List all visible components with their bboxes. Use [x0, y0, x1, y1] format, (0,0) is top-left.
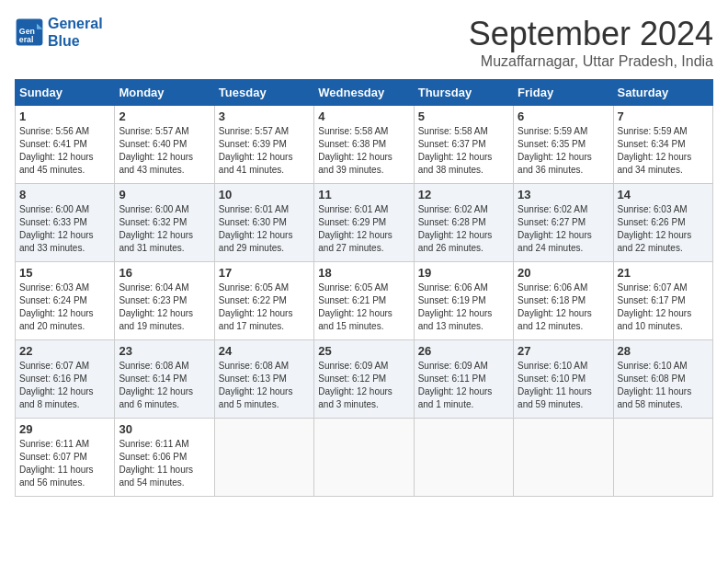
calendar-cell	[214, 419, 313, 497]
day-info: Sunrise: 6:03 AM Sunset: 6:26 PM Dayligh…	[618, 203, 709, 255]
logo: Gen eral General Blue	[15, 15, 103, 50]
day-number: 18	[318, 266, 409, 280]
calendar-cell: 30 Sunrise: 6:11 AM Sunset: 6:06 PM Dayl…	[115, 419, 214, 497]
calendar-cell	[514, 419, 613, 497]
header-friday: Friday	[514, 80, 613, 106]
calendar-cell: 9 Sunrise: 6:00 AM Sunset: 6:32 PM Dayli…	[115, 184, 214, 262]
day-number: 11	[318, 188, 409, 201]
calendar-cell: 14 Sunrise: 6:03 AM Sunset: 6:26 PM Dayl…	[613, 184, 712, 262]
day-info: Sunrise: 5:59 AM Sunset: 6:34 PM Dayligh…	[618, 125, 709, 177]
day-info: Sunrise: 6:10 AM Sunset: 6:10 PM Dayligh…	[518, 360, 609, 411]
day-info: Sunrise: 6:11 AM Sunset: 6:07 PM Dayligh…	[19, 438, 110, 489]
day-number: 14	[618, 188, 709, 201]
calendar-cell: 29 Sunrise: 6:11 AM Sunset: 6:07 PM Dayl…	[16, 419, 115, 497]
svg-text:eral: eral	[19, 35, 34, 44]
day-info: Sunrise: 6:00 AM Sunset: 6:32 PM Dayligh…	[119, 203, 210, 255]
calendar-cell: 25 Sunrise: 6:09 AM Sunset: 6:12 PM Dayl…	[314, 340, 414, 419]
day-number: 1	[19, 109, 110, 123]
day-info: Sunrise: 5:57 AM Sunset: 6:39 PM Dayligh…	[219, 125, 310, 177]
calendar-cell: 26 Sunrise: 6:09 AM Sunset: 6:11 PM Dayl…	[414, 340, 513, 419]
day-number: 5	[418, 109, 509, 123]
calendar-cell: 13 Sunrise: 6:02 AM Sunset: 6:27 PM Dayl…	[514, 184, 613, 262]
day-info: Sunrise: 6:01 AM Sunset: 6:30 PM Dayligh…	[219, 203, 310, 255]
day-number: 16	[119, 266, 210, 280]
day-number: 24	[219, 344, 310, 358]
day-number: 13	[518, 188, 609, 201]
calendar-cell: 5 Sunrise: 5:58 AM Sunset: 6:37 PM Dayli…	[414, 106, 513, 184]
calendar-cell: 19 Sunrise: 6:06 AM Sunset: 6:19 PM Dayl…	[414, 262, 513, 340]
calendar-cell: 10 Sunrise: 6:01 AM Sunset: 6:30 PM Dayl…	[214, 184, 313, 262]
calendar-cell: 6 Sunrise: 5:59 AM Sunset: 6:35 PM Dayli…	[514, 106, 613, 184]
calendar-cell	[314, 419, 414, 497]
calendar-table: SundayMondayTuesdayWednesdayThursdayFrid…	[15, 79, 713, 497]
day-info: Sunrise: 6:06 AM Sunset: 6:19 PM Dayligh…	[418, 282, 509, 333]
day-number: 2	[119, 109, 210, 123]
day-info: Sunrise: 6:07 AM Sunset: 6:17 PM Dayligh…	[618, 282, 709, 333]
day-info: Sunrise: 6:03 AM Sunset: 6:24 PM Dayligh…	[19, 282, 110, 333]
day-info: Sunrise: 6:00 AM Sunset: 6:33 PM Dayligh…	[19, 203, 110, 255]
logo-icon: Gen eral	[15, 17, 44, 47]
day-info: Sunrise: 6:07 AM Sunset: 6:16 PM Dayligh…	[19, 360, 110, 411]
day-info: Sunrise: 6:08 AM Sunset: 6:14 PM Dayligh…	[119, 360, 210, 411]
day-number: 10	[219, 188, 310, 201]
day-info: Sunrise: 6:01 AM Sunset: 6:29 PM Dayligh…	[318, 203, 409, 255]
header: Gen eral General Blue September 2024 Muz…	[15, 15, 713, 70]
calendar-cell: 20 Sunrise: 6:06 AM Sunset: 6:18 PM Dayl…	[514, 262, 613, 340]
day-info: Sunrise: 5:57 AM Sunset: 6:40 PM Dayligh…	[119, 125, 210, 177]
day-number: 27	[518, 344, 609, 358]
day-number: 21	[618, 266, 709, 280]
day-number: 22	[19, 344, 110, 358]
calendar-week-row: 22 Sunrise: 6:07 AM Sunset: 6:16 PM Dayl…	[16, 340, 713, 419]
day-number: 29	[19, 422, 110, 436]
day-number: 9	[119, 188, 210, 201]
day-number: 3	[219, 109, 310, 123]
day-info: Sunrise: 6:08 AM Sunset: 6:13 PM Dayligh…	[219, 360, 310, 411]
calendar-cell	[414, 419, 513, 497]
day-number: 6	[518, 109, 609, 123]
month-title: September 2024	[469, 15, 713, 53]
day-info: Sunrise: 6:05 AM Sunset: 6:21 PM Dayligh…	[318, 282, 409, 333]
calendar-week-row: 29 Sunrise: 6:11 AM Sunset: 6:07 PM Dayl…	[16, 419, 713, 497]
day-number: 12	[418, 188, 509, 201]
day-info: Sunrise: 6:09 AM Sunset: 6:11 PM Dayligh…	[418, 360, 509, 411]
calendar-week-row: 8 Sunrise: 6:00 AM Sunset: 6:33 PM Dayli…	[16, 184, 713, 262]
calendar-cell: 23 Sunrise: 6:08 AM Sunset: 6:14 PM Dayl…	[115, 340, 214, 419]
header-sunday: Sunday	[16, 80, 115, 106]
calendar-cell: 28 Sunrise: 6:10 AM Sunset: 6:08 PM Dayl…	[613, 340, 712, 419]
day-info: Sunrise: 6:09 AM Sunset: 6:12 PM Dayligh…	[318, 360, 409, 411]
calendar-cell: 2 Sunrise: 5:57 AM Sunset: 6:40 PM Dayli…	[115, 106, 214, 184]
calendar-cell: 4 Sunrise: 5:58 AM Sunset: 6:38 PM Dayli…	[314, 106, 414, 184]
header-thursday: Thursday	[414, 80, 513, 106]
calendar-week-row: 1 Sunrise: 5:56 AM Sunset: 6:41 PM Dayli…	[16, 106, 713, 184]
day-info: Sunrise: 6:02 AM Sunset: 6:27 PM Dayligh…	[518, 203, 609, 255]
logo-line1: General	[48, 15, 103, 32]
calendar-cell: 21 Sunrise: 6:07 AM Sunset: 6:17 PM Dayl…	[613, 262, 712, 340]
calendar-cell: 11 Sunrise: 6:01 AM Sunset: 6:29 PM Dayl…	[314, 184, 414, 262]
calendar-cell	[613, 419, 712, 497]
calendar-cell: 24 Sunrise: 6:08 AM Sunset: 6:13 PM Dayl…	[214, 340, 313, 419]
day-info: Sunrise: 6:02 AM Sunset: 6:28 PM Dayligh…	[418, 203, 509, 255]
day-number: 26	[418, 344, 509, 358]
logo-line2: Blue	[48, 32, 103, 50]
day-info: Sunrise: 6:04 AM Sunset: 6:23 PM Dayligh…	[119, 282, 210, 333]
header-wednesday: Wednesday	[314, 80, 414, 106]
day-number: 7	[618, 109, 709, 123]
header-monday: Monday	[115, 80, 214, 106]
calendar-cell: 16 Sunrise: 6:04 AM Sunset: 6:23 PM Dayl…	[115, 262, 214, 340]
calendar-cell: 7 Sunrise: 5:59 AM Sunset: 6:34 PM Dayli…	[613, 106, 712, 184]
calendar-cell: 3 Sunrise: 5:57 AM Sunset: 6:39 PM Dayli…	[214, 106, 313, 184]
calendar-cell: 15 Sunrise: 6:03 AM Sunset: 6:24 PM Dayl…	[16, 262, 115, 340]
day-number: 25	[318, 344, 409, 358]
day-number: 4	[318, 109, 409, 123]
day-info: Sunrise: 5:56 AM Sunset: 6:41 PM Dayligh…	[19, 125, 110, 177]
day-info: Sunrise: 5:58 AM Sunset: 6:37 PM Dayligh…	[418, 125, 509, 177]
calendar-cell: 17 Sunrise: 6:05 AM Sunset: 6:22 PM Dayl…	[214, 262, 313, 340]
day-info: Sunrise: 5:58 AM Sunset: 6:38 PM Dayligh…	[318, 125, 409, 177]
calendar-cell: 27 Sunrise: 6:10 AM Sunset: 6:10 PM Dayl…	[514, 340, 613, 419]
day-info: Sunrise: 5:59 AM Sunset: 6:35 PM Dayligh…	[518, 125, 609, 177]
day-number: 8	[19, 188, 110, 201]
calendar-cell: 22 Sunrise: 6:07 AM Sunset: 6:16 PM Dayl…	[16, 340, 115, 419]
day-info: Sunrise: 6:06 AM Sunset: 6:18 PM Dayligh…	[518, 282, 609, 333]
header-tuesday: Tuesday	[214, 80, 313, 106]
calendar-cell: 1 Sunrise: 5:56 AM Sunset: 6:41 PM Dayli…	[16, 106, 115, 184]
